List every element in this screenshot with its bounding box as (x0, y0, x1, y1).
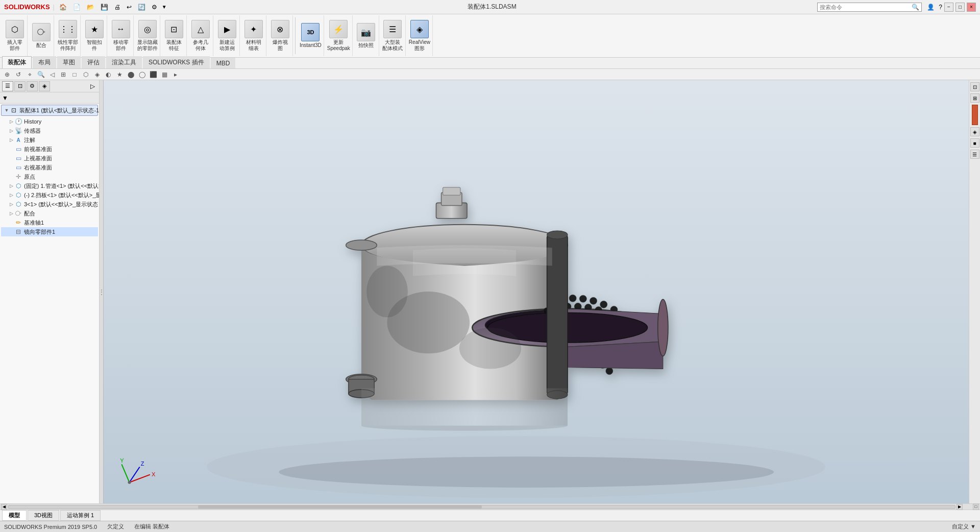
restore-button[interactable]: □ (955, 3, 965, 12)
account-icon[interactable]: 👤 (927, 4, 935, 11)
toolbar-photo[interactable]: 📷 拍快照 (354, 15, 379, 56)
toolbar-explode[interactable]: ⊗ 爆炸视图 (267, 15, 293, 56)
vtoolbar-btn4[interactable]: ◈ (970, 127, 979, 136)
mate-tree-expand[interactable]: ▷ (8, 211, 14, 216)
tree-part3[interactable]: ▷ ⬡ 3<1> (默认<<默认>_显示状态 1>... (1, 200, 98, 209)
panel-collapse-btn[interactable]: ▷ (88, 83, 97, 90)
view-points-btn[interactable]: ◯ (137, 70, 147, 79)
vtoolbar-btn1[interactable]: ⊡ (970, 82, 979, 91)
appearance-manager-tab[interactable]: ◈ (39, 81, 50, 91)
tree-axis1[interactable]: ✏ 基准轴1 (1, 218, 98, 227)
toolbar-realview[interactable]: ◈ RealView图形 (407, 15, 433, 56)
rebuild-icon[interactable]: 🔄 (136, 4, 147, 11)
realview-icon[interactable]: ◈ (410, 20, 429, 38)
vtoolbar-btn6[interactable]: ☰ (970, 150, 979, 159)
tab-motion[interactable]: 运动算例 1 (60, 510, 101, 521)
statusbar-customize[interactable]: 自定义 ▼ (952, 523, 976, 530)
help-icon[interactable]: ? (939, 4, 942, 11)
toolbar-insert-part[interactable]: ⬡ 插入零部件 (2, 15, 28, 56)
search-icon[interactable]: 🔍 (912, 4, 919, 11)
tree-mate[interactable]: ▷ ⧂ 配合 (1, 209, 98, 218)
toolbar-bom[interactable]: ✦ 材料明细表 (241, 15, 266, 56)
tab-plugins[interactable]: SOLIDWORKS 插件 (143, 56, 210, 68)
home-icon[interactable]: 🏠 (58, 4, 68, 11)
view-zoom-select-btn[interactable]: 🔍 (36, 70, 46, 79)
tab-sketch[interactable]: 草图 (57, 56, 81, 68)
view-appear-btn[interactable]: ◈ (92, 70, 102, 79)
toolbar-move[interactable]: ↔ 移动零部件 (108, 15, 134, 56)
tab-layout[interactable]: 布局 (33, 56, 56, 68)
motion-icon[interactable]: ▶ (218, 20, 236, 38)
toolbar-instant3d[interactable]: 3D Instant3D (298, 15, 324, 56)
panel-resize-handle[interactable] (100, 80, 104, 503)
quick-access-more[interactable]: ▼ (162, 4, 167, 10)
property-manager-tab[interactable]: ⊡ (14, 81, 26, 91)
view-scene-btn[interactable]: ★ (114, 70, 125, 79)
view-prev-btn[interactable]: ◁ (47, 70, 57, 79)
filter-icon[interactable]: ▼ (2, 94, 8, 102)
new-icon[interactable]: 📄 (71, 4, 82, 11)
open-icon[interactable]: 📂 (85, 4, 96, 11)
move-icon[interactable]: ↔ (112, 20, 130, 38)
view-hide-show-btn[interactable]: ⬡ (81, 70, 91, 79)
view-more-btn[interactable]: ▸ (170, 70, 181, 79)
speedpak-icon[interactable]: ⚡ (329, 20, 348, 38)
tree-right-plane[interactable]: ▭ 右视基准面 (1, 163, 98, 172)
view-light-btn[interactable]: ◐ (103, 70, 113, 79)
tree-part1[interactable]: ▷ ⬡ (固定) 1.管道<1> (默认<<默认>_显... (1, 181, 98, 190)
feature-manager-tab[interactable]: ☰ (2, 81, 13, 91)
tree-annotations[interactable]: ▷ A 注解 (1, 135, 98, 144)
print-icon[interactable]: 🖨 (113, 4, 122, 11)
toolbar-reference[interactable]: △ 参考几何体 (188, 15, 213, 56)
options-icon[interactable]: ⚙ (150, 4, 159, 11)
toolbar-large-assembly[interactable]: ☰ 大型装配体模式 (380, 15, 406, 56)
view-zoom-fit-btn[interactable]: ⌖ (24, 70, 35, 79)
part1-expand[interactable]: ▷ (8, 183, 14, 188)
view-3d-btn[interactable]: ⬛ (148, 70, 158, 79)
view-display-btn[interactable]: □ (69, 70, 80, 79)
hscroll-mid-btn[interactable]: □ (973, 504, 979, 510)
tab-evaluate[interactable]: 评估 (82, 56, 105, 68)
toolbar-linear-pattern[interactable]: ⋮⋮ 线性零部件阵列 (55, 15, 81, 56)
sensor-expand[interactable]: ▷ (8, 128, 14, 133)
linear-pattern-icon[interactable]: ⋮⋮ (59, 20, 77, 38)
tab-render[interactable]: 渲染工具 (106, 56, 142, 68)
search-box[interactable]: 🔍 (817, 3, 922, 12)
toolbar-motion[interactable]: ▶ 新建运动算例 (214, 15, 240, 56)
view-grid-btn[interactable]: ▦ (159, 70, 169, 79)
search-input[interactable] (820, 4, 912, 10)
explode-icon[interactable]: ⊗ (271, 20, 289, 38)
show-hide-icon[interactable]: ◎ (138, 20, 157, 38)
tab-model[interactable]: 模型 (2, 510, 27, 521)
toolbar-mate[interactable]: ⧂ 配合 (29, 15, 54, 56)
tab-mbd[interactable]: MBD (211, 58, 236, 68)
view-section-btn[interactable]: ⊞ (58, 70, 68, 79)
save-icon[interactable]: 💾 (99, 4, 110, 11)
toolbar-assembly-features[interactable]: ⊡ 装配体特征 (161, 15, 187, 56)
tree-top-plane[interactable]: ▭ 上视基准面 (1, 154, 98, 163)
bom-icon[interactable]: ✦ (244, 20, 263, 38)
config-manager-tab[interactable]: ⚙ (27, 81, 38, 91)
tree-bearing[interactable]: ⊟ 镜向零部件1 (1, 227, 98, 236)
toolbar-show-hide[interactable]: ◎ 显示隐藏的零部件 (135, 15, 160, 56)
reference-icon[interactable]: △ (191, 20, 210, 38)
tab-assembly[interactable]: 装配体 (2, 56, 32, 68)
vtoolbar-btn5[interactable]: ■ (970, 138, 979, 148)
view-rotate-btn[interactable]: ↺ (13, 70, 23, 79)
history-expand[interactable]: ▷ (8, 119, 14, 124)
part2-expand[interactable]: ▷ (8, 192, 14, 198)
vtoolbar-btn3[interactable] (972, 105, 978, 125)
photo-icon[interactable]: 📷 (357, 23, 375, 41)
toolbar-speedpak[interactable]: ⚡ 更新Speedpak (325, 15, 353, 56)
vtoolbar-btn2[interactable]: ⊞ (970, 93, 979, 103)
minimize-button[interactable]: − (944, 3, 953, 12)
hscroll-thumb[interactable] (198, 505, 482, 509)
mate-icon[interactable]: ⧂ (32, 23, 51, 41)
root-expand-icon[interactable]: ▼ (4, 108, 10, 113)
part3-expand[interactable]: ▷ (8, 202, 14, 207)
tree-part2[interactable]: ▷ ⬡ (-) 2.挡板<1> (默认<<默认>_显示... (1, 190, 98, 200)
undo-icon[interactable]: ↩ (125, 4, 133, 11)
instant3d-icon[interactable]: 3D (301, 23, 320, 41)
tree-sensor[interactable]: ▷ 📡 传感器 (1, 126, 98, 135)
tab-3dview[interactable]: 3D视图 (28, 510, 59, 521)
